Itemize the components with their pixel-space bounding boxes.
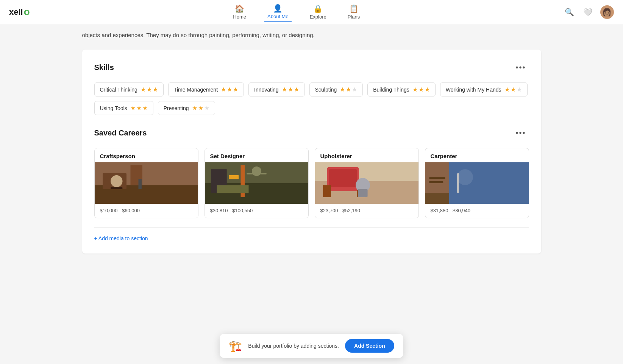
bottom-banner: 🏗️ Build your portfolio by adding sectio… xyxy=(0,328,623,364)
career-card[interactable]: Craftsperson $10,000 - $60,000 xyxy=(94,148,198,218)
svg-point-13 xyxy=(251,166,261,176)
star-filled: ★ xyxy=(294,86,299,93)
skill-tag: Presenting★★★ xyxy=(158,101,215,115)
skill-name: Innovating xyxy=(254,87,279,93)
skill-stars: ★★★ xyxy=(141,86,158,93)
skill-name: Building Things xyxy=(373,87,409,93)
main-content: objects and experiences. They may do so … xyxy=(73,24,550,300)
intro-text: objects and experiences. They may do so … xyxy=(82,24,541,50)
skill-tag: Time Management★★★ xyxy=(168,82,244,96)
star-filled: ★ xyxy=(130,104,136,112)
skills-more-button[interactable]: ••• xyxy=(512,62,529,73)
svg-point-4 xyxy=(111,175,123,187)
svg-rect-10 xyxy=(229,175,239,179)
person-icon: 👤 xyxy=(273,4,283,13)
skill-tag: Working with My Hands★★★ xyxy=(440,82,528,96)
career-image xyxy=(425,162,529,204)
skill-tag: Innovating★★★ xyxy=(248,82,305,96)
careers-title: Saved Careers xyxy=(94,129,147,137)
nav-explore-label: Explore xyxy=(310,14,326,20)
career-title: Carpenter xyxy=(425,148,529,162)
star-empty: ★ xyxy=(352,86,357,93)
star-filled: ★ xyxy=(418,86,424,93)
banner-emoji: 🏗️ xyxy=(229,340,242,352)
skill-stars: ★★★ xyxy=(192,104,209,112)
nav-home-label: Home xyxy=(233,14,246,20)
careers-header: Saved Careers ••• xyxy=(94,127,529,139)
explore-icon: 🔒 xyxy=(313,4,323,13)
skills-section: Skills ••• Critical Thinking★★★Time Mana… xyxy=(94,62,529,115)
star-filled: ★ xyxy=(282,86,287,93)
skills-title: Skills xyxy=(94,63,114,72)
logo[interactable]: xello xyxy=(9,6,30,18)
navigation: xello 🏠 Home 👤 About Me 🔒 Explore 📋 Plan… xyxy=(0,0,623,24)
career-salary: $10,000 - $60,000 xyxy=(95,204,198,218)
skill-stars: ★★★ xyxy=(504,86,522,93)
star-filled: ★ xyxy=(198,104,203,112)
star-filled: ★ xyxy=(221,86,226,93)
skills-grid: Critical Thinking★★★Time Management★★★In… xyxy=(94,82,529,115)
skill-tag: Using Tools★★★ xyxy=(94,101,153,115)
avatar[interactable]: 👩🏽 xyxy=(600,5,614,19)
star-empty: ★ xyxy=(517,86,522,93)
nav-item-home[interactable]: 🏠 Home xyxy=(230,3,249,21)
skill-stars: ★★★ xyxy=(221,86,238,93)
skill-stars: ★★★ xyxy=(282,86,299,93)
search-button[interactable]: 🔍 xyxy=(563,6,576,18)
star-filled: ★ xyxy=(141,86,146,93)
nav-center: 🏠 Home 👤 About Me 🔒 Explore 📋 Plans xyxy=(230,2,363,22)
favorites-button[interactable]: 🤍 xyxy=(582,6,594,18)
logo-text: xell xyxy=(9,7,23,17)
career-salary: $23,700 - $52,190 xyxy=(315,204,418,218)
career-card[interactable]: Set Designer $30,810 - $100,550 xyxy=(205,148,309,218)
svg-point-29 xyxy=(457,169,473,185)
svg-rect-26 xyxy=(425,193,449,204)
star-filled: ★ xyxy=(227,86,232,93)
home-icon: 🏠 xyxy=(235,4,244,13)
svg-rect-30 xyxy=(457,173,459,193)
careers-grid: Craftsperson $10,000 - $60,000 Set Desig… xyxy=(94,148,529,218)
add-media-section: + Add media to section xyxy=(94,227,529,241)
star-filled: ★ xyxy=(340,86,345,93)
add-section-button[interactable]: Add Section xyxy=(345,339,394,353)
star-filled: ★ xyxy=(288,86,293,93)
skill-name: Sculpting xyxy=(315,87,337,93)
star-filled: ★ xyxy=(412,86,418,93)
svg-rect-18 xyxy=(329,169,357,187)
career-title: Upholsterer xyxy=(315,148,418,162)
skill-name: Time Management xyxy=(174,87,218,93)
banner-inner: 🏗️ Build your portfolio by adding sectio… xyxy=(220,334,403,358)
career-image xyxy=(205,162,308,204)
nav-about-label: About Me xyxy=(267,14,289,19)
career-title: Craftsperson xyxy=(95,148,198,162)
nav-plans-label: Plans xyxy=(348,14,360,20)
banner-text: Build your portfolio by adding sections. xyxy=(248,343,339,349)
careers-more-button[interactable]: ••• xyxy=(512,127,529,139)
star-filled: ★ xyxy=(233,86,238,93)
nav-item-plans[interactable]: 📋 Plans xyxy=(345,3,363,21)
star-filled: ★ xyxy=(142,104,148,112)
career-card[interactable]: Upholsterer $23,700 - $52,190 xyxy=(315,148,419,218)
nav-item-about-me[interactable]: 👤 About Me xyxy=(264,2,292,22)
nav-item-explore[interactable]: 🔒 Explore xyxy=(307,3,329,21)
career-card[interactable]: Carpenter $31,880 - $80,940 xyxy=(425,148,529,218)
star-filled: ★ xyxy=(504,86,510,93)
svg-rect-14 xyxy=(217,185,248,193)
skill-stars: ★★★ xyxy=(340,86,357,93)
skill-tag: Critical Thinking★★★ xyxy=(94,82,164,96)
star-filled: ★ xyxy=(136,104,142,112)
svg-rect-6 xyxy=(138,179,141,189)
career-image xyxy=(95,162,198,204)
svg-rect-19 xyxy=(323,185,331,197)
star-filled: ★ xyxy=(147,86,152,93)
star-filled: ★ xyxy=(511,86,516,93)
logo-dot: o xyxy=(24,6,30,18)
career-title: Set Designer xyxy=(205,148,308,162)
skill-tag: Sculpting★★★ xyxy=(309,82,363,96)
add-media-button[interactable]: + Add media to section xyxy=(94,235,148,241)
nav-right: 🔍 🤍 👩🏽 xyxy=(563,5,614,19)
skill-name: Presenting xyxy=(164,105,189,111)
svg-rect-28 xyxy=(429,181,443,183)
career-image xyxy=(315,162,418,204)
svg-rect-5 xyxy=(111,187,123,189)
